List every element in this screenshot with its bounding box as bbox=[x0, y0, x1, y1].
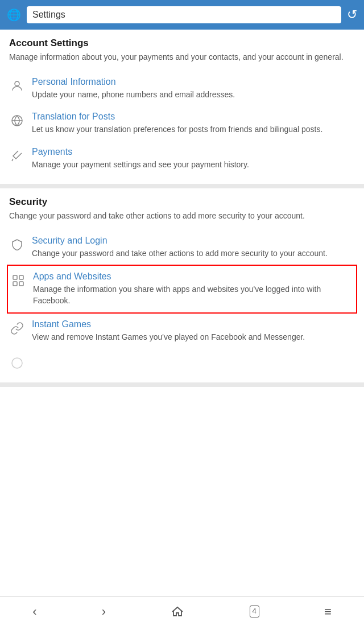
payments-link[interactable]: Payments bbox=[32, 147, 355, 157]
apps-websites-desc: Manage the information you share with ap… bbox=[33, 285, 321, 305]
personal-information-link[interactable]: Personal Information bbox=[32, 77, 355, 87]
menu-button[interactable]: ≡ bbox=[315, 601, 341, 623]
bottom-navigation: ‹ › 4 ≡ bbox=[0, 596, 364, 626]
apps-icon bbox=[10, 273, 26, 289]
account-settings-subtitle: Manage information about you, your payme… bbox=[9, 51, 355, 63]
payments-icon bbox=[9, 148, 25, 164]
svg-point-0 bbox=[15, 81, 19, 86]
globe-small-icon bbox=[9, 113, 25, 129]
svg-rect-5 bbox=[19, 282, 23, 286]
translation-for-posts-item[interactable]: Translation for Posts Let us know your t… bbox=[9, 106, 355, 141]
security-login-link[interactable]: Security and Login bbox=[32, 236, 355, 246]
translation-posts-desc: Let us know your translation preferences… bbox=[32, 125, 322, 134]
main-content: Account Settings Manage information abou… bbox=[0, 30, 364, 417]
svg-rect-4 bbox=[13, 282, 17, 286]
payments-item[interactable]: Payments Manage your payment settings an… bbox=[9, 141, 355, 176]
tabs-button[interactable]: 4 bbox=[241, 602, 268, 620]
svg-rect-3 bbox=[19, 275, 23, 279]
personal-information-item[interactable]: Personal Information Update your name, p… bbox=[9, 71, 355, 106]
security-login-text: Security and Login Change your password … bbox=[32, 236, 355, 259]
translation-posts-text: Translation for Posts Let us know your t… bbox=[32, 112, 355, 135]
apps-websites-item[interactable]: Apps and Websites Manage the information… bbox=[7, 265, 357, 314]
apps-websites-text: Apps and Websites Manage the information… bbox=[33, 271, 354, 307]
browser-header: 🌐 ↺ bbox=[0, 0, 364, 30]
instant-games-link[interactable]: Instant Games bbox=[32, 319, 355, 330]
home-button[interactable] bbox=[162, 602, 193, 622]
refresh-button[interactable]: ↺ bbox=[347, 7, 357, 22]
apps-websites-link[interactable]: Apps and Websites bbox=[33, 271, 354, 282]
address-bar[interactable] bbox=[27, 6, 341, 23]
back-button[interactable]: ‹ bbox=[23, 601, 46, 623]
forward-button[interactable]: › bbox=[93, 601, 115, 623]
payments-desc: Manage your payment settings and see you… bbox=[32, 160, 249, 169]
instant-games-item[interactable]: Instant Games View and remove Instant Ga… bbox=[9, 314, 355, 348]
security-section: Security Change your password and take o… bbox=[0, 188, 364, 387]
link-icon bbox=[9, 320, 25, 336]
shield-icon bbox=[9, 237, 25, 253]
personal-information-text: Personal Information Update your name, p… bbox=[32, 77, 355, 100]
person-icon bbox=[9, 78, 25, 94]
partial-icon bbox=[9, 355, 25, 371]
account-settings-section: Account Settings Manage information abou… bbox=[0, 30, 364, 188]
more-items-hint bbox=[9, 348, 355, 374]
payments-text: Payments Manage your payment settings an… bbox=[32, 147, 355, 170]
security-subtitle: Change your password and take other acti… bbox=[9, 210, 355, 222]
instant-games-text: Instant Games View and remove Instant Ga… bbox=[32, 319, 355, 343]
personal-information-desc: Update your name, phone numbers and emai… bbox=[32, 90, 235, 99]
instant-games-desc: View and remove Instant Games you've pla… bbox=[32, 332, 305, 341]
svg-point-6 bbox=[12, 358, 22, 368]
tab-count: 4 bbox=[250, 606, 259, 617]
security-login-item[interactable]: Security and Login Change your password … bbox=[9, 230, 355, 265]
security-title: Security bbox=[9, 196, 355, 208]
security-login-desc: Change your password and take other acti… bbox=[32, 249, 328, 258]
translation-posts-link[interactable]: Translation for Posts bbox=[32, 112, 355, 122]
account-settings-title: Account Settings bbox=[9, 38, 355, 49]
globe-icon: 🌐 bbox=[7, 8, 21, 22]
svg-rect-2 bbox=[13, 275, 17, 279]
